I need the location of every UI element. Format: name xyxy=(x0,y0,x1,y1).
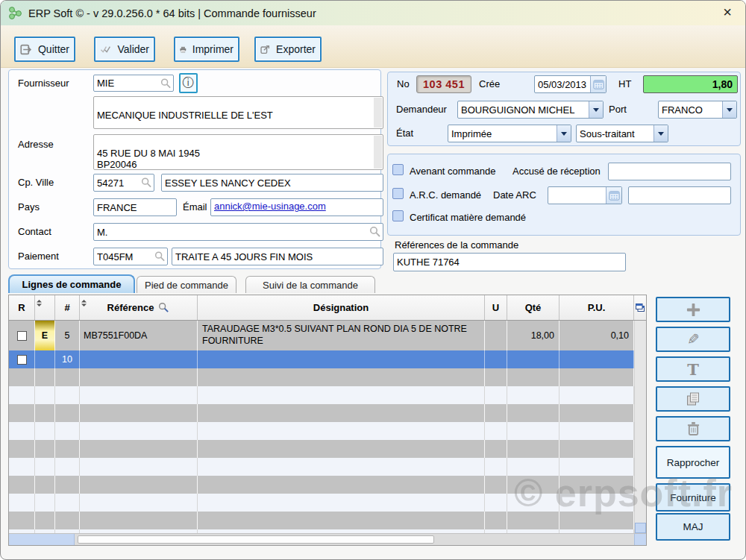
references-input[interactable] xyxy=(393,253,626,271)
row-checkbox[interactable] xyxy=(17,331,27,341)
table-row[interactable] xyxy=(9,368,646,386)
hscroll-thumb[interactable] xyxy=(78,535,434,544)
header-reference[interactable]: Référence xyxy=(80,295,198,320)
delete-line-button[interactable] xyxy=(656,416,730,441)
supplier-info-button[interactable]: ⓘ xyxy=(179,73,198,93)
empty-cell xyxy=(55,404,80,422)
row-checkbox-cell xyxy=(9,321,35,350)
empty-cell xyxy=(485,368,507,386)
empty-cell xyxy=(9,386,35,404)
search-icon[interactable] xyxy=(154,251,166,262)
hscroll-left-cap[interactable] xyxy=(9,534,75,545)
etat-dropdown[interactable]: Imprimée xyxy=(448,125,571,142)
empty-cell xyxy=(198,512,485,529)
row-checkbox[interactable] xyxy=(17,355,27,365)
table-row[interactable]: E 5 MB7551F00DA TARAUDAGE M3*0.5 SUIVANT… xyxy=(9,321,646,350)
table-row[interactable] xyxy=(9,494,646,512)
exporter-button[interactable]: Exporter xyxy=(254,37,322,62)
search-icon[interactable] xyxy=(141,177,152,189)
empty-cell xyxy=(485,386,507,404)
empty-cell xyxy=(485,422,507,440)
empty-cell xyxy=(560,512,634,529)
table-row[interactable] xyxy=(9,458,646,476)
empty-cell xyxy=(9,512,35,529)
order-flags-panel: Avenant commande Accusé de réception A.R… xyxy=(387,154,741,236)
accuse-input[interactable] xyxy=(608,163,731,180)
tab-lignes-de-commande[interactable]: Lignes de commande xyxy=(8,274,135,293)
empty-cell xyxy=(9,440,35,458)
horizontal-scrollbar[interactable] xyxy=(9,533,646,545)
add-line-button[interactable] xyxy=(656,297,730,322)
row-checkbox-cell xyxy=(9,350,35,368)
header-r[interactable]: R xyxy=(9,295,35,320)
table-row-selected[interactable]: 10 xyxy=(9,350,646,368)
tab-suivi-de-la-commande[interactable]: Suivi de la commande xyxy=(245,276,375,293)
avenant-label: Avenant commande xyxy=(410,166,495,177)
copy-line-button[interactable] xyxy=(656,386,730,412)
header-num[interactable]: # xyxy=(55,295,80,320)
empty-cell xyxy=(560,476,634,494)
copy-icon xyxy=(686,391,700,406)
search-icon[interactable] xyxy=(158,302,169,313)
empty-cell xyxy=(198,476,485,494)
calendar-button[interactable] xyxy=(606,187,621,204)
demandeur-dropdown[interactable]: BOURGUIGNON MICHEL xyxy=(457,101,604,119)
header-pu[interactable]: P.U. xyxy=(560,295,634,320)
header-u[interactable]: U xyxy=(485,295,507,320)
pays-input[interactable] xyxy=(93,198,177,216)
arc-checkbox[interactable] xyxy=(392,188,404,199)
header-qte[interactable]: Qté xyxy=(507,295,560,320)
port-dropdown[interactable]: FRANCO xyxy=(658,101,737,119)
hscroll-right-cap[interactable] xyxy=(634,534,646,545)
sort-icon[interactable] xyxy=(81,296,87,309)
table-row[interactable] xyxy=(9,476,646,494)
search-icon[interactable] xyxy=(369,226,381,238)
adresse-box[interactable]: 45 RUE DU 8 MAI 1945 BP20046 xyxy=(93,134,383,170)
demandeur-label: Demandeur xyxy=(396,104,447,115)
empty-cell xyxy=(35,494,55,512)
paiement-desc-input[interactable] xyxy=(172,248,383,265)
empty-cell xyxy=(507,368,560,386)
header-designation[interactable]: Désignation xyxy=(198,295,485,320)
empty-cell xyxy=(485,494,507,512)
search-icon[interactable] xyxy=(160,78,172,89)
maj-button[interactable]: MAJ xyxy=(656,513,730,541)
rapprocher-button[interactable]: Rapprocher xyxy=(656,446,730,479)
cree-date-input[interactable] xyxy=(535,76,590,92)
maj-label: MAJ xyxy=(683,521,703,532)
scroll-down-button[interactable] xyxy=(635,523,646,533)
calendar-button[interactable] xyxy=(590,76,606,92)
sort-icon[interactable] xyxy=(37,296,42,309)
table-row[interactable] xyxy=(9,440,646,458)
edit-line-button[interactable]: ✎ xyxy=(656,327,730,352)
supplier-name-box[interactable]: MECANIQUE INDUSTRIELLE DE L'EST xyxy=(93,96,383,129)
fourniture-button[interactable]: Fourniture xyxy=(656,483,730,512)
table-row[interactable] xyxy=(9,404,646,422)
date-arc-input[interactable] xyxy=(548,187,606,204)
tab-pied-de-commande[interactable]: Pied de commande xyxy=(137,276,236,293)
table-row[interactable] xyxy=(9,422,646,440)
imprimer-button[interactable]: Imprimer xyxy=(174,37,239,62)
ville-input[interactable] xyxy=(161,174,383,192)
empty-cell xyxy=(9,476,35,494)
valider-button[interactable]: Valider xyxy=(94,37,155,62)
column-options-button[interactable] xyxy=(634,295,646,320)
empty-cell xyxy=(507,440,560,458)
certificat-checkbox[interactable] xyxy=(392,210,404,221)
arc-number-input[interactable] xyxy=(628,186,731,204)
grid-icon xyxy=(636,303,645,312)
empty-cell xyxy=(55,386,80,404)
contact-input[interactable] xyxy=(93,223,383,241)
table-row[interactable] xyxy=(9,386,646,404)
close-icon[interactable]: × xyxy=(723,4,732,20)
etat-cell xyxy=(35,350,55,368)
empty-cell xyxy=(35,422,55,440)
vertical-scrollbar[interactable] xyxy=(634,321,646,533)
avenant-checkbox[interactable] xyxy=(392,164,404,175)
text-line-button[interactable]: T xyxy=(656,356,730,382)
quitter-button[interactable]: Quitter xyxy=(14,37,75,62)
empty-cell xyxy=(507,386,560,404)
soustraitant-dropdown[interactable]: Sous-traitant xyxy=(576,125,668,142)
email-link[interactable]: annick@mie-usinage.com xyxy=(210,198,383,216)
table-row[interactable] xyxy=(9,512,646,529)
